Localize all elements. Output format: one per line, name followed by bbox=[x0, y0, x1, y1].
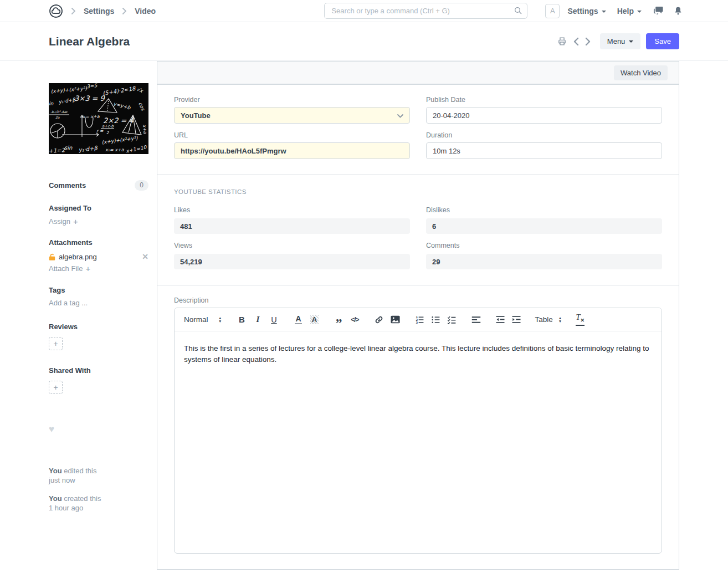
like-heart-icon[interactable]: ♥ bbox=[49, 424, 148, 435]
chat-icon[interactable] bbox=[653, 6, 663, 16]
svg-text:y₁·d+β: y₁·d+β bbox=[78, 145, 99, 154]
attach-file-button[interactable]: Attach File + bbox=[49, 264, 90, 273]
description-section: Description Normal ▲▼ B I U A A ” </> bbox=[157, 285, 679, 569]
comments-label[interactable]: Comments bbox=[49, 181, 86, 190]
search-input[interactable] bbox=[324, 3, 527, 19]
svg-text:in: in bbox=[49, 101, 54, 106]
save-button[interactable]: Save bbox=[646, 33, 679, 49]
svg-text:(5+4)·2=18: (5+4)·2=18 bbox=[102, 85, 137, 96]
prev-record-chevron-icon[interactable] bbox=[573, 37, 579, 46]
svg-text:sin: sin bbox=[64, 145, 73, 151]
chevron-down-icon bbox=[637, 11, 642, 13]
align-icon[interactable] bbox=[470, 313, 482, 327]
video-thumbnail[interactable]: (x+y)+(x²+y²) 3×3 = 9 (5+4)·2=18 .3=5 √x… bbox=[49, 83, 148, 154]
svg-text:3×3 = 9: 3×3 = 9 bbox=[74, 94, 106, 103]
svg-text:a+c-b: a+c-b bbox=[102, 124, 114, 129]
provider-label: Provider bbox=[174, 96, 410, 104]
global-search bbox=[324, 3, 527, 19]
assigned-to-label: Assigned To bbox=[49, 204, 91, 212]
publish-date-input[interactable]: 20-04-2020 bbox=[426, 107, 662, 124]
duration-label: Duration bbox=[426, 131, 662, 139]
reviews-label: Reviews bbox=[49, 323, 78, 331]
format-select[interactable]: Normal ▲▼ bbox=[184, 313, 222, 327]
breadcrumb-video[interactable]: Video bbox=[135, 7, 156, 16]
help-menu-label: Help bbox=[617, 7, 634, 16]
next-record-chevron-icon[interactable] bbox=[585, 37, 591, 46]
editor-toolbar: Normal ▲▼ B I U A A ” </> bbox=[175, 308, 662, 331]
highlight-color-icon[interactable]: A bbox=[308, 313, 320, 327]
provider-value: YouTube bbox=[181, 111, 211, 120]
unlock-icon[interactable] bbox=[49, 253, 55, 260]
form-action-strip: Watch Video bbox=[157, 62, 679, 85]
svg-text:x₁= x+a: x₁= x+a bbox=[105, 147, 125, 152]
views-value: 54,219 bbox=[174, 254, 410, 269]
ordered-list-icon[interactable]: 123 bbox=[413, 313, 425, 327]
duration-field: Duration 10m 12s bbox=[426, 131, 662, 159]
attachment-file-link[interactable]: algebra.png bbox=[59, 253, 97, 261]
svg-text:2: 2 bbox=[106, 131, 109, 135]
breadcrumb-settings[interactable]: Settings bbox=[84, 7, 114, 16]
menu-button[interactable]: Menu bbox=[600, 33, 641, 49]
assign-button[interactable]: Assign + bbox=[49, 217, 78, 226]
url-field: URL https://youtu.be/HAoL5fPmgrw bbox=[174, 131, 410, 159]
attach-file-label: Attach File bbox=[49, 264, 83, 273]
breadcrumb-chevron-icon bbox=[122, 7, 127, 15]
help-menu[interactable]: Help bbox=[617, 7, 642, 16]
table-select-label: Table bbox=[535, 315, 552, 324]
italic-icon[interactable]: I bbox=[252, 313, 264, 327]
blockquote-icon[interactable]: ” bbox=[332, 313, 345, 327]
activity-edited: You edited this just now bbox=[49, 466, 148, 485]
svg-text:y=y+b: y=y+b bbox=[113, 101, 132, 111]
shared-with-label: Shared With bbox=[49, 366, 91, 375]
activity-action: edited this bbox=[62, 467, 97, 475]
remove-attachment-icon[interactable]: ✕ bbox=[142, 252, 148, 261]
duration-input[interactable]: 10m 12s bbox=[426, 142, 662, 159]
table-select[interactable]: Table ▲▼ bbox=[535, 313, 562, 327]
settings-menu-label: Settings bbox=[567, 7, 598, 16]
comments-count-badge: 0 bbox=[135, 180, 148, 191]
link-icon[interactable] bbox=[373, 313, 385, 327]
app-logo-icon[interactable] bbox=[49, 4, 63, 18]
plus-icon: + bbox=[85, 266, 90, 272]
updown-icon: ▲▼ bbox=[218, 316, 222, 323]
settings-menu[interactable]: Settings bbox=[567, 7, 606, 16]
svg-text:3: 3 bbox=[416, 320, 418, 324]
url-input[interactable]: https://youtu.be/HAoL5fPmgrw bbox=[174, 142, 410, 159]
underline-icon[interactable]: U bbox=[268, 313, 280, 327]
menu-button-label: Menu bbox=[607, 37, 626, 45]
svg-text:(x+y)+(x²+y²): (x+y)+(x²+y²) bbox=[50, 85, 87, 94]
provider-select[interactable]: YouTube bbox=[174, 107, 410, 124]
svg-text:x+1=10: x+1=10 bbox=[125, 144, 147, 154]
checklist-icon[interactable] bbox=[445, 313, 458, 327]
print-icon[interactable] bbox=[557, 37, 567, 46]
views-label: Views bbox=[174, 242, 410, 249]
image-icon[interactable] bbox=[389, 313, 401, 327]
comments-field: Comments 29 bbox=[426, 242, 662, 269]
indent-icon[interactable] bbox=[510, 313, 522, 327]
activity-time: 1 hour ago bbox=[49, 504, 83, 512]
breadcrumb-chevron-icon bbox=[71, 7, 76, 15]
add-share-button[interactable]: + bbox=[49, 381, 63, 394]
svg-text:x₁= x+a: x₁= x+a bbox=[81, 114, 100, 119]
search-icon bbox=[514, 6, 522, 17]
activity-actor: You bbox=[49, 467, 62, 475]
text-color-icon[interactable]: A bbox=[292, 313, 304, 327]
user-avatar[interactable]: A bbox=[545, 4, 560, 18]
watch-video-button[interactable]: Watch Video bbox=[614, 65, 668, 80]
url-label: URL bbox=[174, 131, 410, 139]
code-icon[interactable]: </> bbox=[348, 313, 361, 327]
add-review-button[interactable]: + bbox=[49, 337, 63, 350]
description-editor-content[interactable]: This is the first in a series of lecture… bbox=[175, 331, 662, 553]
notifications-bell-icon[interactable] bbox=[674, 6, 683, 16]
outdent-icon[interactable] bbox=[494, 313, 506, 327]
clear-format-icon[interactable]: T✕ bbox=[574, 313, 586, 327]
add-tag-input[interactable]: Add a tag ... bbox=[49, 299, 88, 307]
svg-text:x+a: x+a bbox=[142, 124, 147, 134]
form-sidebar: (x+y)+(x²+y²) 3×3 = 9 (5+4)·2=18 .3=5 √x… bbox=[49, 61, 148, 521]
form-card: Watch Video Provider YouTube Publish Dat… bbox=[157, 61, 679, 570]
bold-icon[interactable]: B bbox=[235, 313, 248, 327]
bullet-list-icon[interactable] bbox=[429, 313, 442, 327]
navbar: Settings Video A Settings Help bbox=[0, 0, 728, 22]
svg-text:√x: √x bbox=[136, 86, 145, 94]
activity-time: just now bbox=[49, 476, 75, 484]
